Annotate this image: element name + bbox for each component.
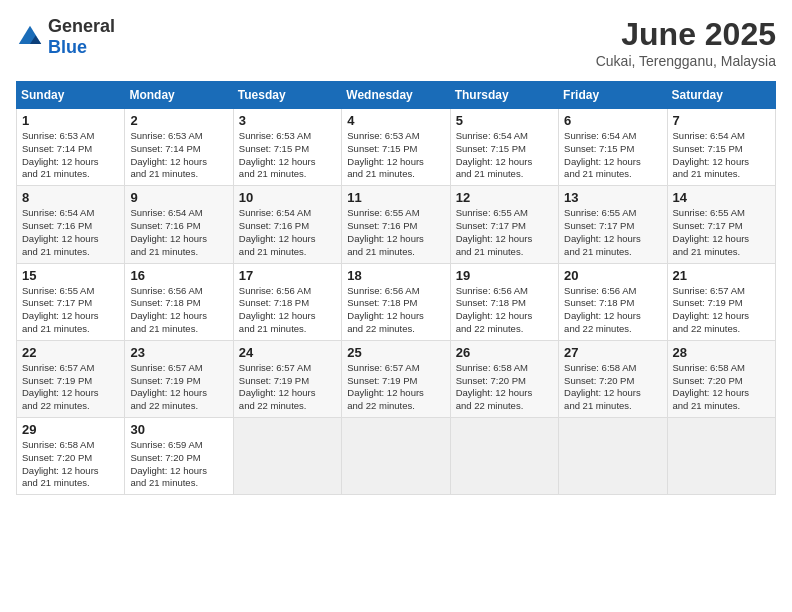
day-number-25: 25 — [347, 345, 444, 360]
day-number-10: 10 — [239, 190, 336, 205]
day-info-22: Sunrise: 6:57 AMSunset: 7:19 PMDaylight:… — [22, 362, 119, 413]
day-number-1: 1 — [22, 113, 119, 128]
day-info-24: Sunrise: 6:57 AMSunset: 7:19 PMDaylight:… — [239, 362, 336, 413]
logo-blue: Blue — [48, 37, 87, 57]
calendar-cell: 23Sunrise: 6:57 AMSunset: 7:19 PMDayligh… — [125, 340, 233, 417]
calendar-cell — [342, 418, 450, 495]
calendar-cell: 17Sunrise: 6:56 AMSunset: 7:18 PMDayligh… — [233, 263, 341, 340]
calendar-cell: 26Sunrise: 6:58 AMSunset: 7:20 PMDayligh… — [450, 340, 558, 417]
day-info-14: Sunrise: 6:55 AMSunset: 7:17 PMDaylight:… — [673, 207, 770, 258]
day-number-8: 8 — [22, 190, 119, 205]
calendar-cell: 11Sunrise: 6:55 AMSunset: 7:16 PMDayligh… — [342, 186, 450, 263]
day-number-5: 5 — [456, 113, 553, 128]
calendar-week-row: 8Sunrise: 6:54 AMSunset: 7:16 PMDaylight… — [17, 186, 776, 263]
calendar-cell: 21Sunrise: 6:57 AMSunset: 7:19 PMDayligh… — [667, 263, 775, 340]
calendar-cell: 6Sunrise: 6:54 AMSunset: 7:15 PMDaylight… — [559, 109, 667, 186]
header-sunday: Sunday — [17, 82, 125, 109]
logo-general: General — [48, 16, 115, 36]
day-info-23: Sunrise: 6:57 AMSunset: 7:19 PMDaylight:… — [130, 362, 227, 413]
day-number-3: 3 — [239, 113, 336, 128]
calendar-cell — [559, 418, 667, 495]
day-number-14: 14 — [673, 190, 770, 205]
day-number-20: 20 — [564, 268, 661, 283]
logo: General Blue — [16, 16, 115, 58]
calendar-cell: 30Sunrise: 6:59 AMSunset: 7:20 PMDayligh… — [125, 418, 233, 495]
calendar-cell: 28Sunrise: 6:58 AMSunset: 7:20 PMDayligh… — [667, 340, 775, 417]
day-number-27: 27 — [564, 345, 661, 360]
day-info-17: Sunrise: 6:56 AMSunset: 7:18 PMDaylight:… — [239, 285, 336, 336]
calendar-cell: 3Sunrise: 6:53 AMSunset: 7:15 PMDaylight… — [233, 109, 341, 186]
day-number-4: 4 — [347, 113, 444, 128]
calendar-cell: 24Sunrise: 6:57 AMSunset: 7:19 PMDayligh… — [233, 340, 341, 417]
day-number-12: 12 — [456, 190, 553, 205]
logo-text: General Blue — [48, 16, 115, 58]
calendar-cell: 5Sunrise: 6:54 AMSunset: 7:15 PMDaylight… — [450, 109, 558, 186]
calendar-cell: 15Sunrise: 6:55 AMSunset: 7:17 PMDayligh… — [17, 263, 125, 340]
day-info-19: Sunrise: 6:56 AMSunset: 7:18 PMDaylight:… — [456, 285, 553, 336]
day-info-16: Sunrise: 6:56 AMSunset: 7:18 PMDaylight:… — [130, 285, 227, 336]
day-number-30: 30 — [130, 422, 227, 437]
day-info-6: Sunrise: 6:54 AMSunset: 7:15 PMDaylight:… — [564, 130, 661, 181]
day-info-30: Sunrise: 6:59 AMSunset: 7:20 PMDaylight:… — [130, 439, 227, 490]
title-area: June 2025 Cukai, Terengganu, Malaysia — [596, 16, 776, 69]
month-title: June 2025 — [596, 16, 776, 53]
day-number-9: 9 — [130, 190, 227, 205]
calendar-table: Sunday Monday Tuesday Wednesday Thursday… — [16, 81, 776, 495]
calendar-week-row: 29Sunrise: 6:58 AMSunset: 7:20 PMDayligh… — [17, 418, 776, 495]
day-info-18: Sunrise: 6:56 AMSunset: 7:18 PMDaylight:… — [347, 285, 444, 336]
logo-icon — [16, 23, 44, 51]
day-number-18: 18 — [347, 268, 444, 283]
calendar-cell: 2Sunrise: 6:53 AMSunset: 7:14 PMDaylight… — [125, 109, 233, 186]
day-number-19: 19 — [456, 268, 553, 283]
calendar-cell: 20Sunrise: 6:56 AMSunset: 7:18 PMDayligh… — [559, 263, 667, 340]
day-info-8: Sunrise: 6:54 AMSunset: 7:16 PMDaylight:… — [22, 207, 119, 258]
calendar-cell: 9Sunrise: 6:54 AMSunset: 7:16 PMDaylight… — [125, 186, 233, 263]
calendar-cell — [233, 418, 341, 495]
day-number-2: 2 — [130, 113, 227, 128]
day-info-3: Sunrise: 6:53 AMSunset: 7:15 PMDaylight:… — [239, 130, 336, 181]
header-thursday: Thursday — [450, 82, 558, 109]
calendar-cell — [667, 418, 775, 495]
calendar-cell: 19Sunrise: 6:56 AMSunset: 7:18 PMDayligh… — [450, 263, 558, 340]
day-info-12: Sunrise: 6:55 AMSunset: 7:17 PMDaylight:… — [456, 207, 553, 258]
header-wednesday: Wednesday — [342, 82, 450, 109]
day-info-7: Sunrise: 6:54 AMSunset: 7:15 PMDaylight:… — [673, 130, 770, 181]
day-number-13: 13 — [564, 190, 661, 205]
day-info-4: Sunrise: 6:53 AMSunset: 7:15 PMDaylight:… — [347, 130, 444, 181]
day-number-16: 16 — [130, 268, 227, 283]
calendar-cell: 1Sunrise: 6:53 AMSunset: 7:14 PMDaylight… — [17, 109, 125, 186]
header-tuesday: Tuesday — [233, 82, 341, 109]
day-info-5: Sunrise: 6:54 AMSunset: 7:15 PMDaylight:… — [456, 130, 553, 181]
calendar-cell: 4Sunrise: 6:53 AMSunset: 7:15 PMDaylight… — [342, 109, 450, 186]
page-header: General Blue June 2025 Cukai, Terengganu… — [16, 16, 776, 69]
calendar-cell: 18Sunrise: 6:56 AMSunset: 7:18 PMDayligh… — [342, 263, 450, 340]
calendar-cell: 29Sunrise: 6:58 AMSunset: 7:20 PMDayligh… — [17, 418, 125, 495]
day-info-1: Sunrise: 6:53 AMSunset: 7:14 PMDaylight:… — [22, 130, 119, 181]
calendar-cell: 12Sunrise: 6:55 AMSunset: 7:17 PMDayligh… — [450, 186, 558, 263]
calendar-cell: 16Sunrise: 6:56 AMSunset: 7:18 PMDayligh… — [125, 263, 233, 340]
header-saturday: Saturday — [667, 82, 775, 109]
day-info-13: Sunrise: 6:55 AMSunset: 7:17 PMDaylight:… — [564, 207, 661, 258]
day-info-10: Sunrise: 6:54 AMSunset: 7:16 PMDaylight:… — [239, 207, 336, 258]
day-info-25: Sunrise: 6:57 AMSunset: 7:19 PMDaylight:… — [347, 362, 444, 413]
day-number-28: 28 — [673, 345, 770, 360]
calendar-cell: 27Sunrise: 6:58 AMSunset: 7:20 PMDayligh… — [559, 340, 667, 417]
day-info-21: Sunrise: 6:57 AMSunset: 7:19 PMDaylight:… — [673, 285, 770, 336]
calendar-cell: 13Sunrise: 6:55 AMSunset: 7:17 PMDayligh… — [559, 186, 667, 263]
calendar-cell: 7Sunrise: 6:54 AMSunset: 7:15 PMDaylight… — [667, 109, 775, 186]
calendar-cell: 8Sunrise: 6:54 AMSunset: 7:16 PMDaylight… — [17, 186, 125, 263]
calendar-week-row: 22Sunrise: 6:57 AMSunset: 7:19 PMDayligh… — [17, 340, 776, 417]
day-info-11: Sunrise: 6:55 AMSunset: 7:16 PMDaylight:… — [347, 207, 444, 258]
day-info-20: Sunrise: 6:56 AMSunset: 7:18 PMDaylight:… — [564, 285, 661, 336]
day-number-6: 6 — [564, 113, 661, 128]
day-info-26: Sunrise: 6:58 AMSunset: 7:20 PMDaylight:… — [456, 362, 553, 413]
day-number-7: 7 — [673, 113, 770, 128]
day-number-21: 21 — [673, 268, 770, 283]
calendar-cell: 22Sunrise: 6:57 AMSunset: 7:19 PMDayligh… — [17, 340, 125, 417]
day-number-24: 24 — [239, 345, 336, 360]
calendar-header-row: Sunday Monday Tuesday Wednesday Thursday… — [17, 82, 776, 109]
day-info-2: Sunrise: 6:53 AMSunset: 7:14 PMDaylight:… — [130, 130, 227, 181]
day-number-11: 11 — [347, 190, 444, 205]
day-number-23: 23 — [130, 345, 227, 360]
calendar-cell: 25Sunrise: 6:57 AMSunset: 7:19 PMDayligh… — [342, 340, 450, 417]
